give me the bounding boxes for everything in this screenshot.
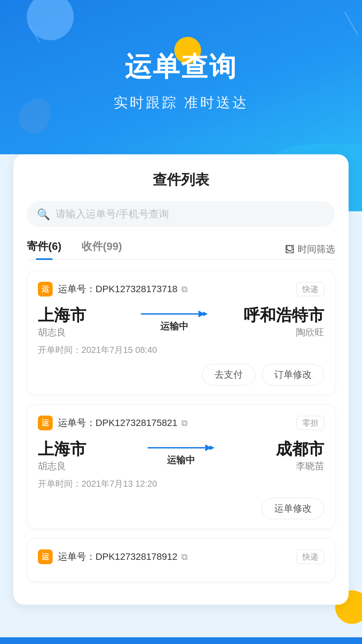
search-bar[interactable]: 🔍 请输入运单号/手机号查询	[27, 201, 335, 227]
search-placeholder: 请输入运单号/手机号查询	[56, 207, 169, 221]
hero-title: 运单查询	[125, 49, 237, 85]
copy-icon-2[interactable]: ⧉	[181, 418, 188, 428]
order-tag-1: 快递	[297, 282, 324, 296]
from-city-2: 上海市 胡志良	[38, 438, 105, 473]
tab-sent[interactable]: 寄件(6)	[27, 239, 61, 259]
order-icon-2: 运	[38, 416, 53, 430]
order-actions-2: 运单修改	[38, 498, 324, 519]
modify-order-button-1[interactable]: 订单修改	[262, 364, 324, 385]
order-icon-1: 运	[38, 282, 53, 297]
decoration-slash-tr	[344, 11, 358, 35]
route-arrow-2: 运输中	[105, 444, 257, 467]
to-city-2: 成都市 李晓苗	[257, 438, 324, 473]
modify-waybill-button-2[interactable]: 运单修改	[262, 498, 324, 519]
filter-icon: ⛾	[285, 244, 294, 255]
order-time-2: 开单时间：2021年7月13 12:20	[38, 478, 324, 490]
time-filter-button[interactable]: ⛾ 时间筛选	[285, 243, 335, 256]
order-header-1: 运 运单号：DPK127328173718 ⧉ 快递	[38, 282, 324, 297]
route-status-2: 运输中	[167, 454, 195, 467]
search-icon: 🔍	[37, 208, 50, 221]
order-card-1: 运 运单号：DPK127328173718 ⧉ 快递 上海市 胡志良 运输中	[27, 271, 335, 395]
order-header-2: 运 运单号：DPK127328175821 ⧉ 零担	[38, 416, 324, 430]
card-title: 查件列表	[27, 170, 335, 189]
pay-button-1[interactable]: 去支付	[202, 364, 255, 385]
route-arrow-1: 运输中	[105, 311, 244, 333]
hero-section: 运单查询 实时跟踪 准时送达	[0, 0, 362, 161]
tab-received[interactable]: 收件(99)	[81, 239, 122, 259]
copy-icon-3[interactable]: ⧉	[181, 552, 188, 562]
to-city-1: 呼和浩特市 陶欣旺	[244, 305, 324, 339]
order-card-2: 运 运单号：DPK127328175821 ⧉ 零担 上海市 胡志良 运输中	[27, 405, 335, 529]
filter-label: 时间筛选	[298, 243, 335, 256]
order-header-3: 运 运单号：DPK127328178912 ⧉ 快递	[38, 549, 324, 564]
hero-subtitle: 实时跟踪 准时送达	[114, 93, 248, 112]
order-number-3: 运单号：DPK127328178912	[58, 550, 177, 563]
main-card: 查件列表 🔍 请输入运单号/手机号查询 寄件(6) 收件(99) ⛾ 时间筛选 …	[13, 154, 349, 605]
tab-bar: 寄件(6) 收件(99) ⛾ 时间筛选	[27, 239, 335, 260]
order-icon-3: 运	[38, 549, 53, 564]
content-area: 查件列表 🔍 请输入运单号/手机号查询 寄件(6) 收件(99) ⛾ 时间筛选 …	[0, 154, 362, 637]
route-row-1: 上海市 胡志良 运输中 呼和浩特市 陶欣旺	[38, 305, 324, 339]
order-number-1: 运单号：DPK127328173718	[58, 283, 177, 296]
route-status-1: 运输中	[160, 320, 188, 333]
order-number-2: 运单号：DPK127328175821	[58, 417, 177, 429]
from-city-1: 上海市 胡志良	[38, 305, 105, 339]
decoration-circle-tl	[27, 0, 74, 40]
order-tag-2: 零担	[297, 416, 324, 430]
route-row-2: 上海市 胡志良 运输中 成都市 李晓苗	[38, 438, 324, 473]
order-tag-3: 快递	[297, 550, 324, 564]
order-card-3: 运 运单号：DPK127328178912 ⧉ 快递	[27, 538, 335, 582]
order-actions-1: 去支付 订单修改	[38, 364, 324, 385]
decoration-teardrop	[13, 92, 58, 139]
copy-icon-1[interactable]: ⧉	[181, 284, 188, 294]
order-time-1: 开单时间：2021年7月15 08:40	[38, 344, 324, 356]
